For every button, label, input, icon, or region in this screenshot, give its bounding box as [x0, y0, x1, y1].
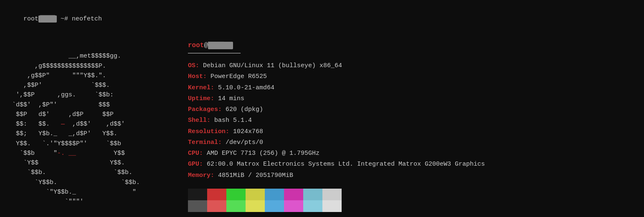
- header-redact: ████: [38, 15, 57, 23]
- label-uptime: Uptime:: [188, 95, 214, 102]
- info-row-shell: Shell: bash 5.1.4: [188, 115, 636, 126]
- info-panel: root@████ ────────────── OS: Debian GNU/…: [188, 42, 636, 212]
- label-packages: Packages:: [188, 106, 222, 113]
- info-row-uptime: Uptime: 14 mins: [188, 93, 636, 104]
- value-memory: 4851MiB / 2051790MiB: [214, 172, 293, 179]
- value-cpu: AMD EPYC 7713 (256) @ 1.795GHz: [203, 150, 319, 157]
- value-kernel: 5.10.0-21-amd64: [214, 84, 274, 91]
- value-host: PowerEdge R6525: [207, 73, 267, 80]
- info-row-os: OS: Debian GNU/Linux 11 (bullseye) x86_6…: [188, 61, 636, 71]
- hostname-redacted: ████: [208, 42, 233, 49]
- swatch-bright-green: [226, 200, 246, 212]
- label-terminal: Terminal:: [188, 139, 222, 146]
- info-row-cpu: CPU: AMD EPYC 7713 (256) @ 1.795GHz: [188, 148, 636, 159]
- label-gpu: GPU:: [188, 161, 203, 168]
- terminal-header-line: root████ ~# neofetch: [8, 4, 636, 34]
- value-gpu: 62:00.0 Matrox Electronics Systems Ltd. …: [203, 161, 485, 168]
- label-kernel: Kernel:: [188, 84, 214, 91]
- info-row-packages: Packages: 620 (dpkg): [188, 104, 636, 115]
- label-cpu: CPU:: [188, 150, 203, 157]
- header-command: ~# neofetch: [57, 15, 102, 23]
- value-packages: 620 (dpkg): [222, 106, 263, 113]
- swatch-black: [188, 189, 207, 200]
- info-row-kernel: Kernel: 5.10.0-21-amd64: [188, 83, 636, 93]
- swatch-bright-cyan: [303, 200, 322, 212]
- info-rows: OS: Debian GNU/Linux 11 (bullseye) x86_6…: [188, 61, 636, 181]
- label-shell: Shell:: [188, 117, 210, 124]
- separator: ──────────────: [188, 50, 636, 57]
- swatch-bright-red: [207, 200, 226, 212]
- header-root: root: [23, 15, 38, 23]
- at-sign: @: [204, 42, 208, 49]
- label-resolution: Resolution:: [188, 128, 229, 135]
- ascii-dash: —: [57, 121, 65, 128]
- swatch-cyan: [303, 189, 322, 200]
- ascii-art: __,met$$$$$gg. ,g$$$$$$$$$$$$$$$P. ,g$$P…: [8, 53, 121, 128]
- swatch-blue: [265, 189, 284, 200]
- swatch-bright-white: [322, 200, 342, 212]
- swatch-bright-yellow: [246, 200, 265, 212]
- swatch-red: [207, 189, 226, 200]
- value-resolution: 1024x768: [229, 128, 263, 135]
- swatch-bright-blue: [265, 200, 284, 212]
- swatch-bright-black: [188, 200, 207, 212]
- value-shell: bash 5.1.4: [210, 117, 252, 124]
- info-row-host: Host: PowerEdge R6525: [188, 71, 636, 82]
- label-memory: Memory:: [188, 172, 214, 179]
- info-row-memory: Memory: 4851MiB / 2051790MiB: [188, 170, 636, 181]
- info-row-gpu: GPU: 62:00.0 Matrox Electronics Systems …: [188, 159, 636, 170]
- color-swatches: [188, 189, 636, 212]
- title-line: root@████: [188, 42, 636, 49]
- label-os: OS:: [188, 62, 199, 69]
- swatch-bright-magenta: [284, 200, 303, 212]
- swatch-green: [226, 189, 246, 200]
- value-uptime: 14 mins: [214, 95, 244, 102]
- ascii-dash2: -. __: [57, 150, 76, 157]
- username-label: root: [188, 42, 204, 49]
- info-row-terminal: Terminal: /dev/pts/0: [188, 137, 636, 148]
- swatch-row-top: [188, 189, 636, 200]
- swatch-row-bottom: [188, 200, 636, 212]
- info-row-resolution: Resolution: 1024x768: [188, 126, 636, 137]
- swatch-yellow: [246, 189, 265, 200]
- ascii-art-panel: __,met$$$$$gg. ,g$$$$$$$$$$$$$$$P. ,g$$P…: [8, 42, 163, 217]
- label-host: Host:: [188, 73, 207, 80]
- value-terminal: /dev/pts/0: [222, 139, 263, 146]
- value-os: Debian GNU/Linux 11 (bullseye) x86_64: [199, 62, 342, 69]
- swatch-magenta: [284, 189, 303, 200]
- swatch-white: [322, 189, 342, 200]
